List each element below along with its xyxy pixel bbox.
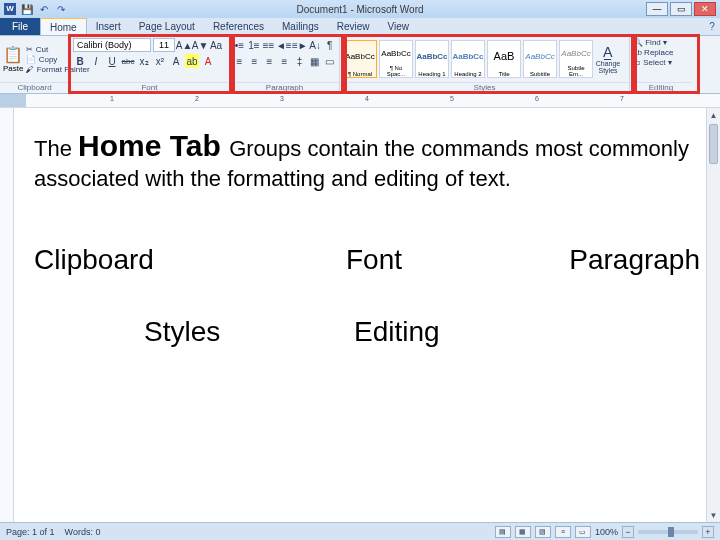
- underline-button[interactable]: U: [105, 54, 119, 68]
- zoom-in-button[interactable]: +: [702, 526, 714, 538]
- vertical-ruler[interactable]: [0, 108, 14, 522]
- subscript-button[interactable]: x₂: [137, 54, 151, 68]
- style-preview: AaBbCc: [524, 41, 556, 71]
- zoom-slider[interactable]: [638, 530, 698, 534]
- zoom-out-button[interactable]: −: [622, 526, 634, 538]
- tab-references[interactable]: References: [204, 18, 273, 35]
- print-layout-view-button[interactable]: ▤: [495, 526, 511, 538]
- tab-view[interactable]: View: [379, 18, 419, 35]
- label-editing: Editing: [354, 316, 440, 348]
- outline-view-button[interactable]: ≡: [555, 526, 571, 538]
- style-name: Subtle Em...: [560, 65, 592, 77]
- show-marks-button[interactable]: ¶: [323, 38, 336, 52]
- style-name: Subtitle: [524, 71, 556, 77]
- superscript-button[interactable]: x²: [153, 54, 167, 68]
- decrease-indent-button[interactable]: ◄≡: [277, 38, 291, 52]
- style-name: ¶ No Spac...: [380, 65, 412, 77]
- style-title[interactable]: AaB Title: [487, 40, 521, 78]
- text-the: The: [34, 136, 78, 161]
- quick-access-toolbar: 💾 ↶ ↷: [20, 2, 68, 16]
- page-indicator[interactable]: Page: 1 of 1: [6, 527, 55, 537]
- font-color-button[interactable]: A: [201, 54, 215, 68]
- style-heading-1[interactable]: AaBbCc Heading 1: [415, 40, 449, 78]
- title-bar: W 💾 ↶ ↷ Document1 - Microsoft Word — ▭ ✕: [0, 0, 720, 18]
- highlight-button[interactable]: ab: [185, 54, 199, 68]
- zoom-level[interactable]: 100%: [595, 527, 618, 537]
- ruler-mark: 3: [280, 95, 284, 102]
- tab-mailings[interactable]: Mailings: [273, 18, 328, 35]
- style-heading-2[interactable]: AaBbCc Heading 2: [451, 40, 485, 78]
- save-icon[interactable]: 💾: [20, 2, 34, 16]
- shading-button[interactable]: ▦: [308, 54, 321, 68]
- numbering-button[interactable]: 1≡: [248, 38, 261, 52]
- draft-view-button[interactable]: ▭: [575, 526, 591, 538]
- scroll-up-icon[interactable]: ▲: [707, 108, 720, 122]
- bullets-button[interactable]: •≡: [233, 38, 246, 52]
- scroll-thumb[interactable]: [709, 124, 718, 164]
- select-button[interactable]: ▭ Select ▾: [633, 58, 672, 67]
- change-styles-label: Change Styles: [595, 60, 621, 74]
- zoom-slider-knob[interactable]: [668, 527, 674, 537]
- help-icon[interactable]: ?: [704, 18, 720, 35]
- find-button[interactable]: 🔍 Find ▾: [633, 38, 667, 47]
- increase-indent-button[interactable]: ≡►: [293, 38, 307, 52]
- bold-button[interactable]: B: [73, 54, 87, 68]
- italic-button[interactable]: I: [89, 54, 103, 68]
- group-label-editing: Editing: [630, 82, 692, 93]
- tab-insert[interactable]: Insert: [87, 18, 130, 35]
- change-styles-button[interactable]: A̲ Change Styles: [595, 44, 621, 74]
- redo-icon[interactable]: ↷: [54, 2, 68, 16]
- label-styles: Styles: [144, 316, 354, 348]
- justify-button[interactable]: ≡: [278, 54, 291, 68]
- tab-review[interactable]: Review: [328, 18, 379, 35]
- ruler-mark: 7: [620, 95, 624, 102]
- full-screen-view-button[interactable]: ▦: [515, 526, 531, 538]
- style-normal[interactable]: AaBbCc ¶ Normal: [343, 40, 377, 78]
- style-subtle-emphasis[interactable]: AaBbCc Subtle Em...: [559, 40, 593, 78]
- sort-button[interactable]: A↓: [309, 38, 322, 52]
- document-area: The Home Tab Groups contain the commands…: [0, 108, 720, 522]
- text-home-tab: Home Tab: [78, 129, 229, 162]
- horizontal-ruler[interactable]: 1 2 3 4 5 6 7: [0, 94, 720, 108]
- text-effects-button[interactable]: A: [169, 54, 183, 68]
- label-paragraph: Paragraph: [474, 244, 700, 276]
- word-count[interactable]: Words: 0: [65, 527, 101, 537]
- strikethrough-button[interactable]: abc: [121, 54, 135, 68]
- scroll-down-icon[interactable]: ▼: [707, 508, 720, 522]
- tab-page-layout[interactable]: Page Layout: [130, 18, 204, 35]
- align-left-button[interactable]: ≡: [233, 54, 246, 68]
- style-preview: AaBbCc: [560, 41, 592, 65]
- close-button[interactable]: ✕: [694, 2, 716, 16]
- style-subtitle[interactable]: AaBbCc Subtitle: [523, 40, 557, 78]
- maximize-button[interactable]: ▭: [670, 2, 692, 16]
- grow-font-button[interactable]: A▲: [177, 38, 191, 52]
- undo-icon[interactable]: ↶: [37, 2, 51, 16]
- font-family-select[interactable]: Calibri (Body): [73, 38, 151, 52]
- paste-button[interactable]: 📋 Paste: [3, 45, 23, 73]
- align-center-button[interactable]: ≡: [248, 54, 261, 68]
- tab-home[interactable]: Home: [40, 18, 87, 35]
- multilevel-list-button[interactable]: ≡≡: [262, 38, 275, 52]
- minimize-button[interactable]: —: [646, 2, 668, 16]
- app-icon: W: [4, 3, 16, 15]
- line-spacing-button[interactable]: ‡: [293, 54, 306, 68]
- vertical-scrollbar[interactable]: ▲ ▼: [706, 108, 720, 522]
- page-content[interactable]: The Home Tab Groups contain the commands…: [14, 108, 720, 522]
- window-controls: — ▭ ✕: [646, 2, 716, 16]
- borders-button[interactable]: ▭: [323, 54, 336, 68]
- ruler-mark: 1: [110, 95, 114, 102]
- style-preview: AaBbCc: [452, 41, 484, 71]
- shrink-font-button[interactable]: A▼: [193, 38, 207, 52]
- change-case-button[interactable]: Aa: [209, 38, 223, 52]
- group-names-row-1: Clipboard Font Paragraph: [34, 244, 700, 276]
- ribbon-tabs: File Home Insert Page Layout References …: [0, 18, 720, 36]
- web-layout-view-button[interactable]: ▨: [535, 526, 551, 538]
- file-tab[interactable]: File: [0, 18, 40, 35]
- style-name: Heading 1: [416, 71, 448, 77]
- replace-button[interactable]: ab Replace: [633, 48, 673, 57]
- align-right-button[interactable]: ≡: [263, 54, 276, 68]
- font-size-select[interactable]: 11: [153, 38, 175, 52]
- scroll-track[interactable]: [707, 166, 720, 508]
- style-name: ¶ Normal: [344, 71, 376, 77]
- style-no-spacing[interactable]: AaBbCc ¶ No Spac...: [379, 40, 413, 78]
